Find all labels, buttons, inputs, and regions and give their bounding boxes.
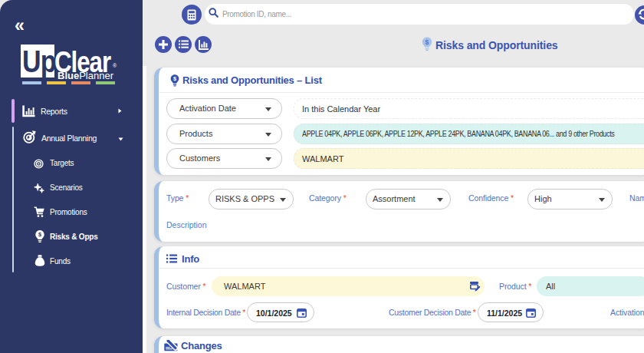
svg-text:$: $ (38, 231, 41, 238)
svg-text:$: $ (426, 38, 429, 46)
svg-text:$: $ (173, 75, 176, 82)
